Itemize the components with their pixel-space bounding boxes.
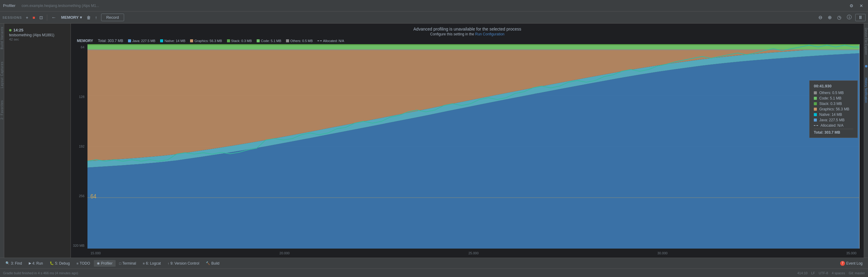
y-label-256: 256 xyxy=(72,194,86,198)
tooltip-row-code: Code: 5.1 MB xyxy=(814,96,853,100)
others-area xyxy=(88,49,860,50)
64-mark-label: 64 xyxy=(91,193,97,200)
y-label-128: 128 xyxy=(72,95,86,99)
split-button[interactable]: ⊡ xyxy=(38,14,44,21)
x-label-35000: 35.000 xyxy=(846,251,857,255)
tooltip-others-swatch xyxy=(814,91,817,94)
session-item[interactable]: 14:25 testsomething (Alps M1891) 42 sec xyxy=(7,26,68,43)
java-color-swatch xyxy=(128,39,131,42)
title-bar: Profiler com.example.heqiang.testsomethi… xyxy=(0,0,868,11)
legend-graphics: Graphics: 56.3 MB xyxy=(190,39,222,43)
session-duration: 42 sec xyxy=(9,37,66,41)
pause-button[interactable]: ⏸ xyxy=(855,14,866,21)
event-log-button[interactable]: 7 Event Log xyxy=(837,260,866,267)
logcat-tab[interactable]: ≡ 6: Logcat xyxy=(140,260,164,267)
layout-captures-label[interactable]: Layout Captures xyxy=(0,61,4,88)
session-active-dot xyxy=(9,29,11,31)
terminal-tab[interactable]: □ Terminal xyxy=(116,260,139,267)
tooltip-stack-swatch xyxy=(814,102,817,105)
export-button[interactable]: ↑ xyxy=(94,14,99,21)
memory-dropdown[interactable]: MEMORY ▾ xyxy=(59,14,84,20)
tooltip-row-native: Native: 14 MB xyxy=(814,112,853,117)
status-bar: Gradle build finished in 4 s 466 ms (4 m… xyxy=(0,269,868,277)
favorites-label[interactable]: 2: Favorites xyxy=(0,100,4,119)
title-bar-controls: ⚙ ✕ xyxy=(848,3,865,9)
logcat-icon: ≡ xyxy=(143,262,145,265)
graphics-color-swatch xyxy=(190,39,193,42)
tooltip-graphics-swatch xyxy=(814,108,817,111)
todo-icon: ≡ xyxy=(76,262,79,265)
allocated-dashed-swatch xyxy=(317,40,322,41)
chart-header: Advanced profiling is unavailable for th… xyxy=(71,24,864,37)
chart-svg-container: 64 xyxy=(88,44,860,249)
add-session-button[interactable]: + xyxy=(24,14,30,21)
clock-button[interactable]: ◷ xyxy=(835,14,843,21)
stack-area xyxy=(88,44,860,45)
memory-label: MEMORY xyxy=(77,39,93,43)
close-button[interactable]: ✕ xyxy=(858,3,865,9)
tooltip-code-swatch xyxy=(814,97,817,100)
native-color-swatch xyxy=(160,39,163,42)
x-label-15000: 15.000 xyxy=(91,251,101,255)
tooltip-native-swatch xyxy=(814,113,817,116)
line-ending: LF xyxy=(811,271,815,275)
tooltip-row-java: Java: 227.5 MB xyxy=(814,118,853,122)
run-tab[interactable]: ▶ 4: Run xyxy=(26,260,46,267)
code-area xyxy=(88,45,860,49)
chart-title: Advanced profiling is unavailable for th… xyxy=(71,27,864,31)
tooltip-total: Total: 303.7 MB xyxy=(814,129,853,135)
run-config-link[interactable]: Run Configuration xyxy=(475,32,504,36)
tooltip-java-swatch xyxy=(814,118,817,122)
find-tab[interactable]: 🔍 3: Find xyxy=(2,260,25,267)
todo-tab[interactable]: ≡ TODO xyxy=(73,260,93,267)
tooltip-row-others: Others: 0.5 MB xyxy=(814,91,853,95)
git-branch[interactable]: Git: master xyxy=(849,271,865,275)
x-label-30000: 30.000 xyxy=(657,251,668,255)
y-label-64: 64 xyxy=(72,45,86,49)
tooltip-time: 00:41.930 xyxy=(814,84,853,88)
debug-tab[interactable]: 🐛 5: Debug xyxy=(46,260,73,267)
info-button[interactable]: ⓘ xyxy=(845,13,854,21)
memory-chart-svg: 64 xyxy=(88,44,860,249)
history-notification-tab[interactable]: History Notification xyxy=(864,76,868,104)
y-axis: 320 MB 256 192 128 64 xyxy=(71,44,88,249)
chart-subtitle: Configure this setting in the Run Config… xyxy=(71,32,864,36)
legend-native: Native: 14 MB xyxy=(160,39,185,43)
legend-allocated: Allocated: N/A xyxy=(317,39,344,43)
others-color-swatch xyxy=(286,39,289,42)
tooltip-row-allocated: Allocated: N/A xyxy=(814,124,853,128)
sessions-panel: 14:25 testsomething (Alps M1891) 42 sec xyxy=(4,24,71,257)
device-file-explorer-tab[interactable]: Device File Explorer xyxy=(864,27,868,56)
profiler-tab[interactable]: ◉ Profiler xyxy=(94,260,116,267)
encoding[interactable]: UTF-8 xyxy=(819,271,828,275)
record-button[interactable]: Record xyxy=(101,13,124,21)
event-log-label: Event Log xyxy=(846,261,863,266)
build-tab[interactable]: 🔨 Build xyxy=(203,260,222,267)
code-color-swatch xyxy=(257,39,260,42)
main-content: Build Variants Layout Captures 2: Favori… xyxy=(0,24,868,257)
version-control-icon: ↑ xyxy=(167,262,169,265)
legend-code: Code: 5.1 MB xyxy=(257,39,281,43)
zoom-out-button[interactable]: ⊖ xyxy=(816,14,824,21)
settings-button[interactable]: ⚙ xyxy=(848,3,855,9)
delete-button[interactable]: 🗑 xyxy=(85,14,92,21)
back-button[interactable]: ← xyxy=(50,14,58,21)
stop-button[interactable]: ■ xyxy=(31,14,36,21)
profiler-icon: ◉ xyxy=(97,261,100,265)
build-variants-label[interactable]: Build Variants xyxy=(0,27,4,49)
legend-total: Total: 303.7 MB xyxy=(98,39,123,43)
cursor-position[interactable]: 414:10 xyxy=(798,271,808,275)
chart-wrapper[interactable]: 320 MB 256 192 128 64 xyxy=(71,44,864,257)
session-time: 14:25 xyxy=(9,28,66,32)
indent[interactable]: 4 spaces xyxy=(832,271,845,275)
legend-others: Others: 0.5 MB xyxy=(286,39,313,43)
zoom-in-button[interactable]: ⊕ xyxy=(826,14,834,21)
run-icon: ▶ xyxy=(29,261,31,265)
version-control-tab[interactable]: ↑ 9: Version Control xyxy=(164,260,202,267)
x-label-25000: 25.000 xyxy=(468,251,479,255)
legend-java: Java: 227.5 MB xyxy=(128,39,155,43)
status-message: Gradle build finished in 4 s 466 ms (4 m… xyxy=(3,271,796,275)
x-label-20000: 20.000 xyxy=(279,251,290,255)
session-name: testsomething (Alps M1891) xyxy=(9,33,66,37)
toolbar-right-controls: ⊖ ⊕ ◷ ⓘ ⏸ xyxy=(816,13,866,21)
